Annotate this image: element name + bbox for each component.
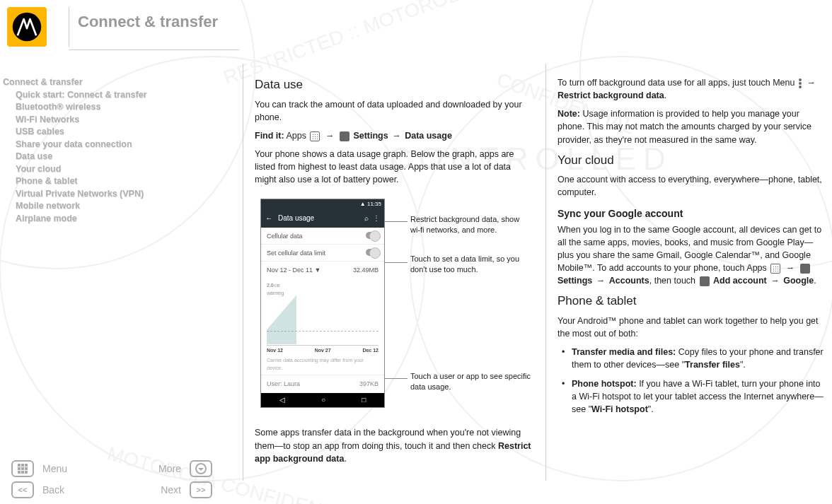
paragraph: Your phone shows a data usage graph. Bel… [255, 148, 534, 186]
screenshot-figure: ▲ 11:35 ← Data usage ⌕ ⋮ Cellular data S… [255, 192, 534, 416]
menu-button[interactable] [11, 460, 34, 477]
column-divider [243, 64, 243, 481]
status-bar: ▲ 11:35 [261, 199, 384, 209]
callout-line [385, 221, 408, 222]
toc-link[interactable]: Mobile network [3, 200, 208, 213]
back-button[interactable]: << [11, 481, 34, 498]
page-nav: Menu More << Back Next >> [6, 456, 218, 498]
bullet-list: Transfer media and files: Copy files to … [562, 346, 826, 416]
text: Data usage [405, 131, 452, 141]
toc-link[interactable]: Share your data connection [3, 139, 208, 151]
cross-ref-link[interactable]: Transfer files [685, 360, 740, 370]
paragraph: One account with access to everything, e… [557, 173, 826, 199]
next-label: Next [112, 484, 190, 496]
toc-link[interactable]: Virtual Private Networks (VPN) [3, 188, 208, 201]
back-nav-icon: ◁ [279, 395, 285, 406]
paragraph: When you log in to the same Google accou… [557, 223, 826, 288]
motorola-logo [7, 7, 47, 47]
recents-nav-icon: □ [362, 395, 366, 406]
label: GB [274, 283, 280, 288]
settings-icon [800, 264, 810, 274]
apps-icon [310, 131, 320, 141]
text: Accounts [609, 276, 649, 286]
label: Nov 12 [267, 347, 283, 354]
date-range-row: Nov 12 - Dec 11 ▼ 32.49MB [261, 262, 384, 279]
more-button[interactable] [190, 460, 212, 477]
heading-data-use: Data use [255, 76, 534, 94]
next-button[interactable]: >> [190, 481, 212, 498]
heading-phone-tablet: Phone & tablet [557, 293, 826, 310]
toggle-switch [366, 249, 379, 256]
arrow-icon: → [596, 276, 606, 286]
text: Restrict background data [557, 90, 664, 100]
find-it-path: Find it: Apps → Settings → Data usage [255, 129, 534, 142]
svg-rect-9 [18, 464, 21, 467]
label: Dec 12 [362, 347, 379, 354]
label: Set cellular data limit [267, 250, 325, 257]
overflow-menu-icon: ⋮ [373, 213, 380, 224]
search-icon: ⌕ [364, 213, 369, 224]
callout-line [385, 262, 408, 263]
arrow-icon: → [392, 131, 401, 141]
text: Transfer media and files: [572, 347, 676, 357]
list-item: Transfer media and files: Copy files to … [562, 346, 826, 371]
label: warning [267, 291, 284, 295]
callout-line [385, 378, 408, 379]
text: To turn off background data use for all … [557, 78, 795, 88]
overflow-menu-icon [799, 78, 802, 88]
toc-link[interactable]: Data use [3, 151, 208, 163]
cross-ref-link[interactable]: Wi-Fi hotspot [591, 404, 648, 414]
menu-label: Menu [34, 463, 112, 474]
svg-rect-11 [25, 464, 28, 467]
text: When you log in to the same Google accou… [557, 225, 821, 273]
text: Settings [557, 276, 592, 286]
cellular-data-row: Cellular data [261, 228, 384, 245]
callout-text: Restrict background data, show wi-fi net… [410, 214, 531, 235]
text: Add account [713, 276, 767, 286]
data-limit-row: Set cellular data limit [261, 245, 384, 262]
page-title: Connect & transfer [78, 13, 218, 31]
note-label: Note: [557, 109, 580, 119]
callout-text: Touch to set a data limit, so you don't … [410, 254, 531, 274]
toc-link[interactable]: Your cloud [3, 163, 208, 176]
divider [69, 7, 69, 47]
svg-rect-17 [25, 471, 28, 474]
phone-screenshot: ▲ 11:35 ← Data usage ⌕ ⋮ Cellular data S… [260, 199, 385, 408]
divider [69, 49, 239, 50]
app-titlebar: ← Data usage ⌕ ⋮ [261, 209, 384, 228]
label: Cellular data [267, 233, 303, 240]
toc-link[interactable]: Airplane mode [3, 213, 208, 225]
column-middle: Data use You can track the amount of dat… [255, 76, 534, 471]
value: 397KB [359, 380, 379, 389]
table-of-contents: Connect & transfer Quick start: Connect … [3, 76, 208, 225]
carrier-note: Carrier data accounting may differ from … [261, 357, 384, 374]
callout-text: Touch a user or app to see specific data… [410, 371, 531, 392]
label: User: Laura [267, 380, 300, 389]
screen-title: Data usage [278, 213, 314, 224]
toc-link[interactable]: Bluetooth® wireless [3, 101, 208, 114]
home-nav-icon: ○ [321, 395, 325, 406]
svg-rect-16 [21, 471, 24, 474]
text: Apps [286, 131, 306, 141]
text: Usage information is provided to help yo… [557, 109, 811, 144]
toc-link[interactable]: Phone & tablet [3, 175, 208, 188]
text: Some apps transfer data in the backgroun… [255, 428, 521, 450]
text: Google [783, 276, 814, 286]
back-label: Back [34, 484, 112, 496]
arrow-icon: → [325, 131, 335, 141]
paragraph: Your Android™ phone and tablet can work … [557, 315, 826, 340]
list-item: Phone hotspot: If you have a Wi-Fi table… [562, 377, 826, 416]
paragraph: To turn off background data use for all … [557, 76, 826, 102]
column-divider [545, 64, 546, 481]
toc-link[interactable]: Connect & transfer [3, 76, 208, 89]
paragraph: You can track the amount of data uploade… [255, 98, 534, 124]
toc-link[interactable]: Quick start: Connect & transfer [3, 89, 208, 102]
note-paragraph: Note: Usage information is provided to h… [557, 107, 826, 146]
label: Nov 27 [315, 347, 331, 354]
arrow-icon: → [770, 276, 780, 286]
toc-link[interactable]: Wi-Fi Networks [3, 114, 208, 127]
value: 32.49MB [353, 266, 379, 275]
back-arrow-icon: ← [265, 213, 272, 224]
toc-link[interactable]: USB cables [3, 126, 208, 139]
add-icon [700, 276, 710, 286]
